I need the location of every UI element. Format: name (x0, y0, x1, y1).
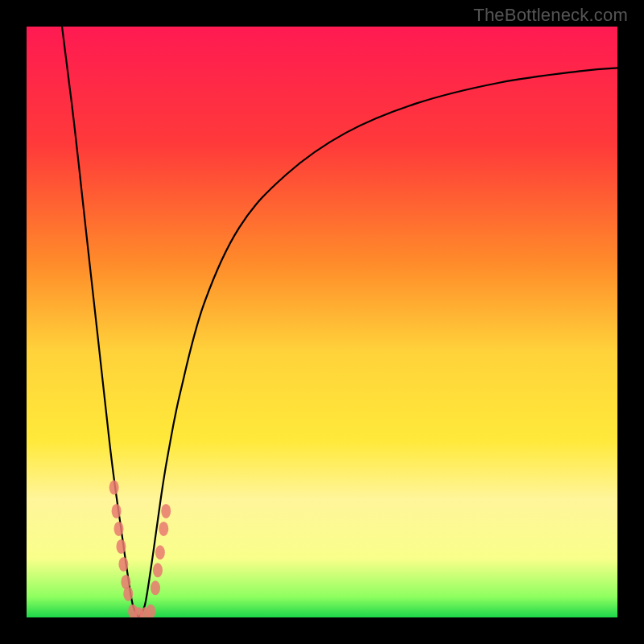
data-marker (159, 522, 168, 536)
bottleneck-curve (27, 27, 617, 617)
data-marker (146, 605, 155, 617)
data-marker (151, 580, 160, 595)
data-marker (118, 557, 128, 572)
chart-frame: TheBottleneck.com (0, 0, 644, 644)
plot-area (27, 27, 617, 617)
curve-left-branch (62, 27, 138, 617)
watermark-text: TheBottleneck.com (473, 5, 628, 26)
data-marker (116, 539, 126, 554)
data-marker (153, 563, 163, 577)
data-marker (123, 587, 133, 601)
data-marker (155, 545, 165, 559)
data-marker (114, 522, 124, 536)
data-marker (109, 481, 119, 495)
curve-right-branch (138, 68, 617, 617)
data-marker (161, 504, 171, 518)
data-marker (112, 504, 122, 518)
